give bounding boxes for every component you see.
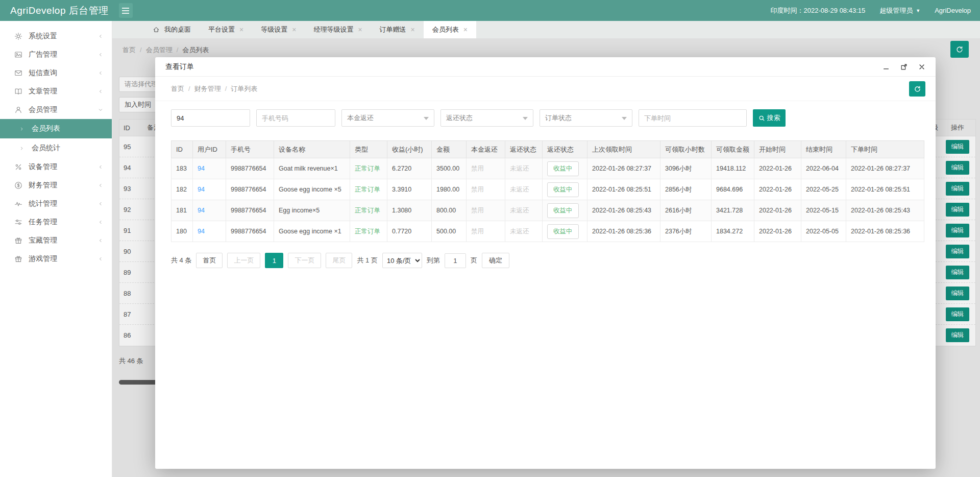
app-title: AgriDevelop 后台管理 [10, 4, 109, 17]
column-header: 开始时间 [754, 141, 801, 158]
close-icon[interactable]: × [358, 26, 362, 33]
sidebar-item-system-settings[interactable]: 系统设置 [0, 27, 112, 45]
column-header: 类型 [350, 141, 387, 158]
breadcrumb-item[interactable]: 首页 [122, 46, 136, 54]
goto-unit: 页 [471, 256, 477, 265]
next-page-button[interactable]: 下一页 [288, 253, 321, 268]
sidebar-subitem-member-list[interactable]: 会员列表 [0, 119, 112, 138]
refresh-button[interactable] [950, 41, 969, 58]
tab-3[interactable]: 经理等级设置× [305, 21, 371, 38]
breadcrumb-item[interactable]: 订单列表 [231, 85, 257, 92]
first-page-button[interactable]: 首页 [196, 253, 223, 268]
sidebar-item-member-management[interactable]: 会员管理 [0, 101, 112, 119]
sidebar-item-article-management[interactable]: 文章管理 [0, 82, 112, 101]
income-status-button[interactable]: 收益中 [547, 182, 579, 197]
user-id-input[interactable] [171, 109, 250, 127]
coin-icon [14, 181, 22, 189]
member-id: 94 [119, 164, 142, 172]
sidebar-item-finance-management[interactable]: 财务管理 [0, 176, 112, 195]
goto-page-input[interactable] [445, 253, 466, 268]
edit-button[interactable]: 编辑 [946, 328, 969, 342]
page-size-select[interactable]: 10 条/页 [382, 253, 422, 268]
chevron-left-icon [97, 33, 104, 39]
pagination: 共 4 条 首页 上一页 1 下一页 尾页 共 1 页 10 条/页 到第 页 … [171, 253, 936, 268]
income-status-button[interactable]: 收益中 [547, 203, 579, 218]
order-row: 180949988776654Goose egg income ×1正常订单0.… [172, 221, 924, 242]
user-id-link[interactable]: 94 [198, 207, 205, 214]
search-icon [758, 115, 765, 122]
breadcrumb: 首页/会员管理/会员列表 [122, 45, 209, 55]
sidebar: 系统设置广告管理短信查询文章管理会员管理会员列表会员统计设备管理财务管理统计管理… [0, 21, 112, 477]
user-id-link[interactable]: 94 [198, 228, 205, 235]
search-button[interactable]: 搜索 [753, 109, 786, 127]
home-icon [153, 26, 160, 33]
close-icon[interactable] [918, 63, 925, 70]
sidebar-subitem-member-stats[interactable]: 会员统计 [0, 138, 112, 158]
income-status-button[interactable]: 收益中 [547, 161, 579, 176]
sliders-icon [14, 218, 22, 226]
pulse-icon [14, 200, 22, 208]
sidebar-item-ad-management[interactable]: 广告管理 [0, 45, 112, 64]
sidebar-item-game-management[interactable]: 游戏管理 [0, 250, 112, 268]
edit-button[interactable]: 编辑 [946, 182, 969, 196]
breadcrumb-item[interactable]: 会员管理 [146, 46, 173, 54]
chevron-right-icon [19, 126, 24, 132]
edit-button[interactable]: 编辑 [946, 203, 969, 217]
last-page-button[interactable]: 尾页 [326, 253, 352, 268]
member-id: 87 [119, 311, 142, 318]
tab-5[interactable]: 会员列表× [424, 21, 476, 38]
order-row: 182949988776654Goose egg income ×5正常订单3.… [172, 179, 924, 200]
edit-button[interactable]: 编辑 [946, 224, 969, 237]
edit-button[interactable]: 编辑 [946, 161, 969, 175]
breadcrumb-item[interactable]: 首页 [171, 85, 184, 92]
brand-name[interactable]: AgriDevelop [935, 7, 971, 14]
sidebar-item-device-management[interactable]: 设备管理 [0, 158, 112, 176]
tab-2[interactable]: 等级设置× [252, 21, 305, 38]
edit-button[interactable]: 编辑 [946, 140, 969, 154]
column-header: ID [172, 141, 193, 158]
column-header: 结束时间 [801, 141, 846, 158]
column-header: 返还状态 [543, 141, 587, 158]
tab-4[interactable]: 订单赠送× [371, 21, 424, 38]
refresh-button[interactable] [909, 81, 925, 97]
sidebar-item-sms-query[interactable]: 短信查询 [0, 64, 112, 82]
edit-button[interactable]: 编辑 [946, 266, 969, 279]
app-header: AgriDevelop 后台管理 印度时间：2022-08-29 08:43:1… [0, 0, 980, 21]
user-role-menu[interactable]: 超级管理员 ▼ [879, 6, 920, 15]
edit-button[interactable]: 编辑 [946, 287, 969, 300]
close-icon[interactable]: × [292, 26, 296, 33]
sidebar-item-task-management[interactable]: 任务管理 [0, 213, 112, 231]
principal-return-select[interactable]: 本金返还 [341, 109, 434, 127]
member-id: 92 [119, 206, 142, 213]
hamburger-menu-button[interactable] [119, 3, 133, 18]
close-icon[interactable]: × [411, 26, 415, 33]
close-icon[interactable]: × [239, 26, 243, 33]
tab-home[interactable]: 我的桌面 [144, 21, 200, 38]
image-icon [14, 51, 22, 59]
confirm-button[interactable]: 确定 [482, 253, 509, 268]
user-id-link[interactable]: 94 [198, 165, 205, 172]
breadcrumb-item[interactable]: 会员列表 [182, 46, 209, 54]
income-status-button[interactable]: 收益中 [547, 224, 579, 239]
tab-1[interactable]: 平台设置× [200, 21, 252, 38]
edit-button[interactable]: 编辑 [946, 245, 969, 258]
sidebar-item-treasure-management[interactable]: 宝藏管理 [0, 231, 112, 250]
column-header: 可领取金额 [712, 141, 754, 158]
user-id-link[interactable]: 94 [198, 186, 205, 193]
sidebar-item-stats-management[interactable]: 统计管理 [0, 195, 112, 213]
maximize-icon[interactable] [900, 63, 908, 70]
phone-input[interactable] [256, 109, 335, 127]
return-status-select[interactable]: 返还状态 [440, 109, 533, 127]
edit-button[interactable]: 编辑 [946, 307, 969, 321]
order-status-select[interactable]: 订单状态 [540, 109, 632, 127]
close-icon[interactable]: × [463, 26, 468, 33]
modal-breadcrumb-row: 首页/财务管理/订单列表 [155, 77, 936, 101]
chevron-left-icon [97, 201, 104, 207]
order-time-input[interactable] [639, 109, 747, 127]
column-header: 金额 [432, 141, 467, 158]
caret-down-icon: ▼ [916, 8, 920, 13]
minimize-icon[interactable] [883, 63, 890, 70]
current-page-button[interactable]: 1 [265, 253, 283, 268]
breadcrumb-item[interactable]: 财务管理 [194, 85, 221, 92]
prev-page-button[interactable]: 上一页 [227, 253, 260, 268]
